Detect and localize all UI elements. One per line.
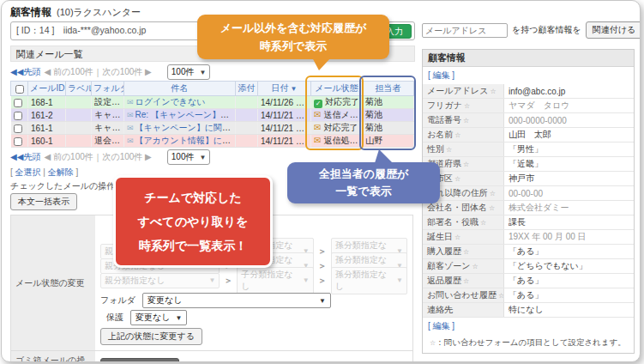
mail-owner: 菊池 [363,96,414,109]
field-row: 電話番号☆000-0000-0000 [423,113,634,128]
mail-subject-link[interactable]: 【アカウント情報】に関するお問合… [135,136,236,145]
folder-select[interactable]: 変更なし▼ [142,293,331,308]
mail-row[interactable]: 161-1 キャン… ✉【キャンペーン】に関するお問合わせ 14/11/21 2… [11,122,414,135]
col-attachment[interactable]: 添付 [236,82,258,96]
status-mail-icon: ✉ [314,110,321,119]
per-page-select[interactable]: 100件▼ [167,64,211,80]
link-customer-text: を持つ顧客情報を [512,24,581,36]
row-checkbox[interactable] [14,112,22,120]
field-value: 「ある」 [504,288,635,303]
select-all-checkbox[interactable] [15,85,24,94]
folder-label: フォルダ [100,294,135,306]
chevron-right-icon: ＞ [224,275,232,287]
mail-row[interactable]: 168-1 設定・… ✉ログインできない 14/11/26 14:27 ✓対応完… [11,96,414,109]
folder-change-row: フォルダ 変更なし▼ [100,292,407,309]
callout-orange: メール以外を含む対応履歴が 時系列で表示 [197,15,389,59]
row-checkbox[interactable] [14,99,22,107]
field-row: メールアドレス☆info@abc.co.jp [423,84,634,99]
callout-blue: 全担当者の履歴が 一覧で表示 [287,162,440,203]
bulk-body-view-button[interactable]: 本文一括表示 [10,193,77,210]
pagination-first-link[interactable]: ◀◀先頭 [10,66,40,78]
mail-subject-link[interactable]: Re: 【キャンペーン】に関するお問合… [135,110,236,119]
pagination-next[interactable]: 次の100件 ▶ [102,66,151,78]
field-row: 誕生日☆19XX 年 00 月 00 日 [423,230,634,245]
mail-state-change-label: メール状態の変更 [11,215,96,351]
mail-id: 161-2 [28,109,66,122]
col-owner[interactable]: 担当者 [363,82,414,96]
row-checkbox[interactable] [14,124,22,133]
apply-state-button[interactable]: 上記の状態に変更する [100,328,202,345]
pagination-first-link[interactable]: ◀◀先頭 [10,151,40,163]
select-none-link[interactable]: 全解除 [48,167,74,177]
col-subject[interactable]: 件名 [124,82,236,96]
col-mail-status[interactable]: メール状態 [311,82,363,96]
field-row: 都市区☆神戸市 [423,172,634,186]
mail-folder: キャン… [92,122,124,135]
mail-address-input[interactable] [422,23,508,38]
move-to-trash-button[interactable]: ゴミ箱に移動 [100,358,179,362]
pagination-prev[interactable]: ◀ 前の100件 [44,151,93,163]
mail-subject-icon: ✉ [127,98,134,106]
pagination-separator: | [97,153,99,162]
mail-subject-link[interactable]: 【キャンペーン】に関するお問合わせ [135,123,236,132]
pagination-prev[interactable]: ◀ 前の100件 [44,66,93,78]
chevron-down-icon: ▼ [200,69,207,76]
form-item-marker-icon: ☆ [463,248,469,256]
mail-folder: キャン… [92,109,124,122]
parent-category-select[interactable]: 親分類指定なし▼ [100,273,220,288]
mail-attachment [236,96,258,109]
mail-label [66,109,92,122]
mail-id: 160-1 [28,135,66,148]
customer-info-title: 顧客情報 [423,50,634,67]
form-item-marker-icon: ☆ [454,175,460,183]
mail-folder: 退会依頼 [92,135,124,148]
mail-date: 14/11/21 21:46 [258,122,311,135]
protect-change-row: 保護 変更なし▼ [100,309,407,326]
edit-link-top[interactable]: [ 編集 ] [423,67,634,84]
form-item-marker-icon: ☆ [480,219,486,227]
field-value: 「どちらでもない」 [504,259,635,274]
mail-subject-link[interactable]: ログインできない [135,97,206,106]
table-header-row: メールID ラベル フォルダ 件名 添付 日付▼ メール状態 担当者 [11,82,414,96]
select-all-link[interactable]: 全選択 [15,167,41,177]
edit-link-bottom[interactable]: [ 編集 ] [423,318,634,335]
field-row: フリガナ☆ヤマダ タロウ [423,99,634,113]
mail-row[interactable]: 161-2 キャン… ✉Re: 【キャンペーン】に関するお問合… 14/11/2… [11,109,414,122]
per-page-select[interactable]: 100件▼ [167,149,211,165]
form-item-marker-icon: ☆ [464,102,470,110]
field-value: 株式会社ダミー [504,201,635,215]
callout-orange-line: 時系列で表示 [197,39,389,54]
protect-select[interactable]: 変更なし▼ [130,310,187,325]
field-row: 購入履歴☆「ある」 [423,245,634,259]
col-mail-id[interactable]: メールID [28,82,66,96]
link-customer-button[interactable]: 関連付ける [586,21,641,39]
field-row: 会社名・団体名☆株式会社ダミー [423,201,634,215]
field-value: 「ある」 [504,274,635,288]
field-value: 「男性」 [504,143,635,157]
row-checkbox[interactable] [14,137,22,146]
field-value: 山田 太郎 [504,128,635,143]
grand-category-select[interactable]: 孫分類指定なし▼ [331,267,407,294]
form-item-marker-icon: ☆ [454,234,460,241]
mail-subject-icon: ✉ [127,136,134,145]
form-item-marker-icon: ☆ [446,146,452,154]
mail-row[interactable]: 160-1 退会依頼 ✉【アカウント情報】に関するお問合… 14/11/21 2… [11,135,414,148]
pagination-next[interactable]: 次の100件 ▶ [102,151,151,163]
col-date[interactable]: 日付▼ [258,82,311,96]
chevron-right-icon: ＞ [318,260,327,272]
next-icon: ▶ [145,152,152,161]
callout-tail [312,58,331,70]
callout-blue-line: 全担当者の履歴が [287,167,440,182]
app-window: 顧客情報(10)ラクスハンター [ ID：14 ] iida-***@yahoo… [1,0,641,362]
mail-date: 14/11/21 21:47 [258,109,311,122]
field-row: 返品履歴☆「ある」 [423,274,634,288]
col-folder[interactable]: フォルダ [92,82,124,96]
chevron-down-icon: ▼ [175,314,182,322]
child-category-select[interactable]: 子分類指定なし▼ [237,267,313,294]
mail-attachment [236,109,258,122]
link-customer-row: を持つ顧客情報を 関連付ける [422,21,636,39]
trash-ops-row: ゴミ箱メールの操作 ゴミ箱に移動 保護されているメールはゴミ箱に移動できません。 [11,351,413,363]
col-label[interactable]: ラベル [66,82,92,96]
form-item-marker-icon: ☆ [463,117,469,124]
form-item-marker-icon: ☆ [454,131,460,139]
